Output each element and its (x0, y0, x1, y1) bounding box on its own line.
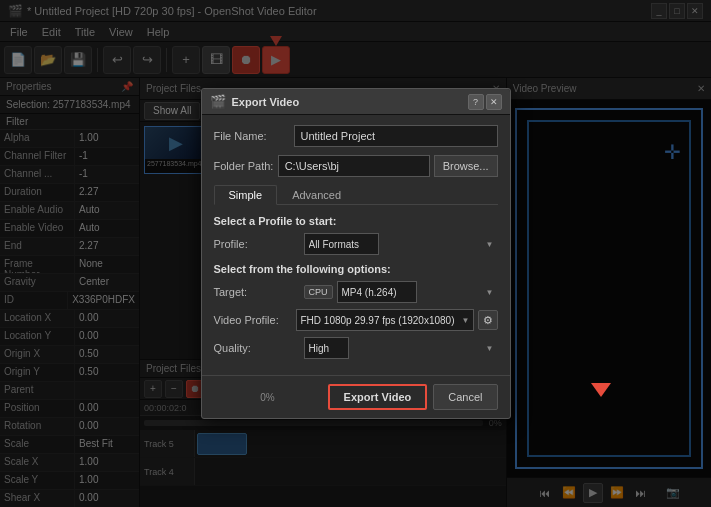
video-profile-settings-button[interactable]: ⚙ (478, 310, 498, 330)
dialog-title-bar: 🎬 Export Video ? ✕ (202, 89, 510, 115)
dialog-progress-text: 0% (214, 392, 322, 403)
target-input-group: CPU MP4 (h.264) (304, 281, 498, 303)
target-select-wrap: MP4 (h.264) (337, 281, 498, 303)
dialog-footer: 0% Export Video Cancel (202, 375, 510, 418)
quality-select[interactable]: High (304, 337, 349, 359)
profile-section-title: Select a Profile to start: (214, 215, 498, 227)
video-profile-select[interactable]: FHD 1080p 29.97 fps (1920x1080) (296, 309, 474, 331)
target-select[interactable]: MP4 (h.264) (337, 281, 417, 303)
file-name-row: File Name: (214, 125, 498, 147)
profile-select-wrap: All Formats (304, 233, 498, 255)
quality-row: Quality: High (214, 337, 498, 359)
target-label: Target: (214, 286, 304, 298)
folder-path-label: Folder Path: (214, 160, 278, 172)
options-section-title: Select from the following options: (214, 263, 498, 275)
dialog-tabs: Simple Advanced (214, 185, 498, 205)
profile-select[interactable]: All Formats (304, 233, 379, 255)
folder-path-input-group: Browse... (278, 155, 498, 177)
dialog-tab-simple[interactable]: Simple (214, 185, 278, 205)
cancel-button[interactable]: Cancel (433, 384, 497, 410)
dialog-overlay: 🎬 Export Video ? ✕ File Name: Folder Pat… (0, 0, 711, 507)
quality-label: Quality: (214, 342, 304, 354)
video-profile-select-wrap: FHD 1080p 29.97 fps (1920x1080) (296, 309, 474, 331)
export-dialog-icon: 🎬 (210, 94, 226, 109)
video-profile-label: Video Profile: (214, 314, 296, 326)
quality-select-wrap: High (304, 337, 498, 359)
profile-label: Profile: (214, 238, 304, 250)
video-profile-input-group: FHD 1080p 29.97 fps (1920x1080) ⚙ (296, 309, 498, 331)
target-row: Target: CPU MP4 (h.264) (214, 281, 498, 303)
folder-path-input[interactable] (278, 155, 430, 177)
file-name-input[interactable] (294, 125, 498, 147)
dialog-close-button[interactable]: ✕ (486, 94, 502, 110)
dialog-help-button[interactable]: ? (468, 94, 484, 110)
video-profile-row: Video Profile: FHD 1080p 29.97 fps (1920… (214, 309, 498, 331)
file-name-label: File Name: (214, 130, 294, 142)
export-video-button[interactable]: Export Video (328, 384, 428, 410)
cpu-badge: CPU (304, 285, 333, 299)
folder-path-row: Folder Path: Browse... (214, 155, 498, 177)
profile-row: Profile: All Formats (214, 233, 498, 255)
export-arrow-indicator (591, 383, 611, 397)
dialog-body: File Name: Folder Path: Browse... Simple… (202, 115, 510, 375)
export-dialog: 🎬 Export Video ? ✕ File Name: Folder Pat… (201, 88, 511, 419)
browse-button[interactable]: Browse... (434, 155, 498, 177)
export-dialog-title: Export Video (232, 96, 466, 108)
dialog-tab-advanced[interactable]: Advanced (277, 185, 356, 204)
